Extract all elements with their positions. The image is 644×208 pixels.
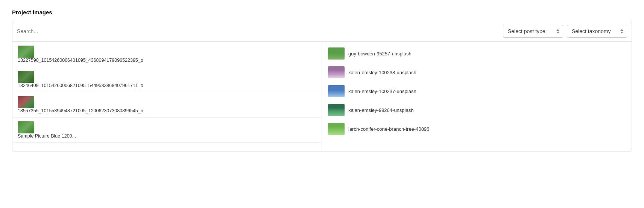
list-item[interactable]: kalen-emsley-100237-unsplash (322, 82, 632, 101)
thumbnail (18, 96, 34, 108)
content-area: 13227590_10154260006401095_4368094179096… (12, 42, 632, 151)
thumbnail (328, 66, 345, 78)
thumbnail (328, 104, 345, 116)
list-item[interactable]: 13246409_10154260006821095_5449583868407… (12, 67, 322, 92)
thumbnail (18, 121, 34, 133)
post-type-select[interactable]: Select post type (503, 25, 563, 38)
item-label: kalen-emsley-100237-unsplash (348, 89, 416, 94)
item-label: 13227590_10154260006401095_4368094179096… (18, 58, 143, 63)
thumbnail (328, 123, 345, 135)
thumbnail (328, 85, 345, 97)
toolbar: Select post type Select taxonomy (12, 21, 632, 42)
left-pane[interactable]: 13227590_10154260006401095_4368094179096… (12, 42, 322, 151)
item-label: guy-bowden-95257-unsplash (348, 51, 412, 57)
project-images-panel: Select post type Select taxonomy 1322759… (12, 21, 632, 151)
taxonomy-select-wrapper: Select taxonomy (567, 25, 627, 38)
item-label: Sample Picture Blue 1200... (18, 133, 76, 139)
post-type-select-wrapper: Select post type (503, 25, 563, 38)
list-item[interactable]: 13227590_10154260006401095_4368094179096… (12, 42, 322, 67)
item-label: 18557355_10155394948721095_1200623073080… (18, 108, 143, 113)
thumbnail (18, 46, 34, 58)
list-item[interactable]: kalen-emsley-100238-unsplash (322, 63, 632, 82)
list-item[interactable]: Sample Picture Blue 1200... (12, 118, 322, 143)
list-item[interactable]: guy-bowden-95257-unsplash (322, 44, 632, 63)
list-item[interactable]: kalen-emsley-98264-unsplash (322, 101, 632, 119)
item-label: 13246409_10154260006821095_5449583868407… (18, 83, 143, 88)
list-item[interactable]: larch-conifer-cone-branch-tree-40896 (322, 119, 632, 138)
list-item[interactable]: 18557355_10155394948721095_1200623073080… (12, 92, 322, 118)
search-input[interactable] (17, 28, 499, 34)
taxonomy-select[interactable]: Select taxonomy (567, 25, 627, 38)
right-pane: guy-bowden-95257-unsplashkalen-emsley-10… (322, 42, 632, 151)
thumbnail (328, 47, 345, 60)
item-label: kalen-emsley-98264-unsplash (348, 107, 413, 113)
item-label: kalen-emsley-100238-unsplash (348, 70, 416, 75)
item-label: larch-conifer-cone-branch-tree-40896 (348, 126, 429, 132)
page-title: Project images (12, 9, 632, 15)
thumbnail (18, 71, 34, 83)
